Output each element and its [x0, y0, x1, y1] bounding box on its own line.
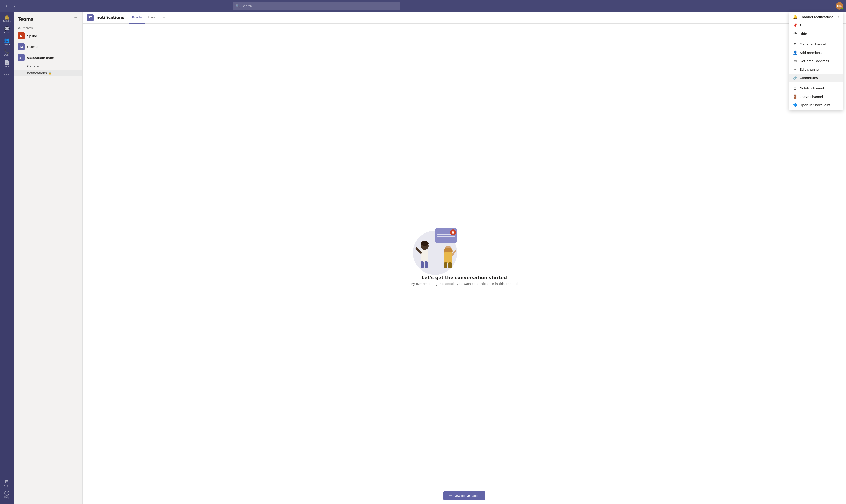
menu-divider-1	[789, 39, 843, 39]
teams-panel: Teams ☰ Your teams S Sp-ind ··· T2 team …	[14, 12, 83, 504]
menu-item-edit-channel[interactable]: ✏ Edit channel	[789, 65, 843, 73]
svg-rect-2	[421, 250, 428, 262]
svg-line-9	[452, 251, 455, 255]
menu-item-pin[interactable]: 📌 Pin	[789, 21, 843, 30]
svg-rect-4	[421, 262, 424, 268]
dropdown-menu: 🔔 Channel notifications › 📌 Pin 👁 Hide ⚙…	[789, 12, 843, 110]
sidebar-bottom: ⊞ Apps ? Help	[1, 478, 13, 502]
content-bottom: ✏ New conversation	[83, 487, 846, 504]
menu-item-add-members[interactable]: 👤 Add members	[789, 49, 843, 57]
more-icon: ···	[4, 72, 10, 77]
bell-icon: 🔔	[793, 15, 797, 19]
team-item-team2[interactable]: T2 team 2 ···	[14, 41, 83, 52]
menu-item-manage-channel[interactable]: ⚙ Manage channel	[789, 40, 843, 49]
search-bar: 🔍	[233, 2, 400, 10]
channel-header-avatar: ST	[87, 14, 93, 21]
leave-icon: 🚪	[793, 94, 797, 99]
search-input[interactable]	[242, 4, 397, 8]
help-icon: ?	[4, 491, 10, 496]
menu-item-channel-notifications[interactable]: 🔔 Channel notifications ›	[789, 13, 843, 21]
sidebar-item-label-teams: Teams	[3, 43, 10, 45]
apps-icon: ⊞	[5, 480, 8, 484]
menu-item-leave-channel[interactable]: 🚪 Leave channel	[789, 92, 843, 101]
sidebar-item-help[interactable]: ? Help	[1, 489, 13, 500]
pencil-icon: ✏	[449, 494, 452, 498]
svg-rect-8	[444, 252, 452, 263]
svg-line-3	[417, 248, 421, 253]
menu-divider-2	[789, 83, 843, 83]
forward-button[interactable]: ›	[11, 2, 18, 10]
team-name-statuspage: statuspage team	[27, 56, 70, 59]
sidebar-item-label-apps: Apps	[4, 484, 10, 487]
team-name-team2: team 2	[27, 45, 70, 49]
sidebar-item-chat[interactable]: 💬 Chat	[1, 25, 13, 35]
avatar[interactable]: MS	[836, 2, 843, 10]
menu-item-hide[interactable]: 👁 Hide	[789, 30, 843, 38]
illus-chat-bubble: @	[435, 228, 457, 243]
section-label-your-teams: Your teams	[14, 24, 83, 31]
files-icon: 📄	[4, 60, 10, 65]
sidebar-item-activity[interactable]: 🔔 Activity	[1, 14, 13, 24]
menu-item-get-email[interactable]: ✉ Get email address	[789, 57, 843, 65]
team-item-statuspage[interactable]: ST statuspage team ···	[14, 52, 83, 63]
menu-item-connectors[interactable]: 🔗 Connectors	[789, 73, 843, 82]
empty-state-title: Let's get the conversation started	[411, 275, 518, 280]
main-layout: 🔔 Activity 💬 Chat 👥 Teams 📞 Calls 📄 File…	[0, 12, 846, 504]
sidebar-item-label-activity: Activity	[3, 20, 11, 23]
team-avatar-sp-ind: S	[18, 33, 24, 39]
svg-rect-10	[444, 262, 447, 268]
menu-item-delete-channel[interactable]: 🗑 Delete channel	[789, 84, 843, 92]
svg-rect-11	[448, 262, 451, 268]
channel-name-notifications: notifications	[27, 71, 47, 75]
tab-files[interactable]: Files	[145, 12, 158, 23]
add-tab-button[interactable]: +	[161, 12, 167, 23]
new-conversation-button[interactable]: ✏ New conversation	[444, 491, 485, 500]
filter-button[interactable]: ☰	[73, 16, 79, 22]
at-badge: @	[450, 229, 456, 235]
sidebar-item-apps[interactable]: ⊞ Apps	[1, 478, 13, 488]
team-item-sp-ind[interactable]: S Sp-ind ···	[14, 31, 83, 41]
add-person-icon: 👤	[793, 50, 797, 55]
channel-item-notifications[interactable]: notifications 🔒	[14, 70, 83, 76]
sidebar-item-label-chat: Chat	[4, 32, 10, 34]
empty-state-subtitle: Try @mentioning the people you want to p…	[411, 282, 518, 286]
email-icon: ✉	[793, 59, 797, 63]
sidebar-item-calls[interactable]: 📞 Calls	[1, 48, 13, 58]
sidebar-item-more[interactable]: ···	[1, 70, 13, 79]
empty-state: @	[411, 226, 518, 286]
arrow-icon: ›	[838, 15, 839, 19]
sidebar-item-files[interactable]: 📄 Files	[1, 59, 13, 69]
channel-tabs: Posts Files	[129, 12, 158, 23]
chat-icon: 💬	[4, 26, 10, 31]
content-area: ST notifications Posts Files + 📌 📹 Meet …	[83, 12, 846, 504]
menu-item-open-sharepoint[interactable]: 🔷 Open in SharePoint	[789, 101, 843, 109]
top-bar-right: ··· MS	[829, 2, 843, 10]
sidebar-item-label-files: Files	[4, 66, 10, 68]
person1-illustration	[415, 240, 434, 270]
search-icon: 🔍	[236, 4, 240, 8]
left-sidebar: 🔔 Activity 💬 Chat 👥 Teams 📞 Calls 📄 File…	[0, 12, 14, 504]
sharepoint-icon: 🔷	[793, 103, 797, 107]
team-avatar-statuspage: ST	[18, 54, 24, 61]
channel-item-general[interactable]: General	[14, 63, 83, 70]
edit-icon: ✏	[793, 67, 797, 72]
channel-header-title: notifications	[97, 15, 124, 20]
team-name-sp-ind: Sp-ind	[27, 34, 70, 38]
channel-name-general: General	[27, 65, 40, 68]
channel-header: ST notifications Posts Files + 📌 📹 Meet …	[83, 12, 846, 23]
nav-buttons: ‹ ›	[3, 2, 18, 10]
teams-panel-title: Teams	[18, 17, 33, 22]
hide-icon: 👁	[793, 32, 797, 36]
svg-point-1	[421, 241, 429, 246]
top-bar: ‹ › 🔍 ··· MS	[0, 0, 846, 12]
illustration: @	[411, 226, 460, 275]
trash-icon: 🗑	[793, 86, 797, 90]
tab-posts[interactable]: Posts	[129, 12, 145, 23]
online-badge	[841, 7, 843, 10]
teams-list: Your teams S Sp-ind ··· T2 team 2 ··· ST…	[14, 24, 83, 504]
sidebar-item-teams[interactable]: 👥 Teams	[1, 36, 13, 47]
more-options-button[interactable]: ···	[829, 3, 834, 8]
back-button[interactable]: ‹	[3, 2, 10, 10]
teams-panel-header: Teams ☰	[14, 12, 83, 24]
person2-illustration	[440, 244, 456, 270]
